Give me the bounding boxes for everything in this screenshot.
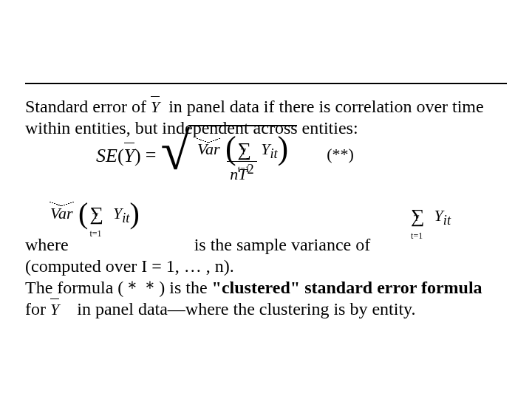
var-hat-sum-expression: Var ( ∑ Tt=1 Yit) [49,197,140,227]
paragraph-2: Var ( ∑ Tt=1 Yit) ∑ Tt=1 Yit whereis the… [25,234,507,321]
sum-expression: ∑ Tt=1 Yit [409,203,451,229]
sum-lower: t=1 [238,165,250,174]
text: Standard error of [25,97,151,116]
radical-sign-icon: √ [160,128,190,188]
square-root: √ Var ( ∑ Tt=1 Yit) [160,125,297,185]
text: is the sample variance of [194,235,371,254]
horizontal-rule [25,83,507,84]
text-se: SE [96,145,117,166]
y-bar-symbol: Y [151,96,160,117]
text: The formula (＊＊) is the [25,278,212,297]
sum-upper: T [241,147,246,156]
text: in panel data—where the clustering is by… [72,299,415,318]
text: (computed over I = 1, … , n). [25,256,234,276]
text-var: Var [197,140,220,158]
text-y: Y [261,140,270,158]
y-bar-symbol: Y [50,299,59,320]
bold-text: "clustered" standard error formula [212,278,482,297]
equals-sign: = [146,143,157,167]
subscript-it: it [270,146,277,161]
se-equation: SE(Y) = √ Var ( ∑ Tt=1 [96,125,354,185]
text: for [25,299,50,318]
text: where [25,235,69,254]
slide-body: Standard error of Y in panel data if the… [25,96,507,321]
slide: Standard error of Y in panel data if the… [0,0,532,399]
equation-marker: (**) [327,145,354,165]
y-bar-symbol: Y [124,143,134,168]
fraction: Var ( ∑ Tt=1 Yit) nT2 [193,131,291,184]
